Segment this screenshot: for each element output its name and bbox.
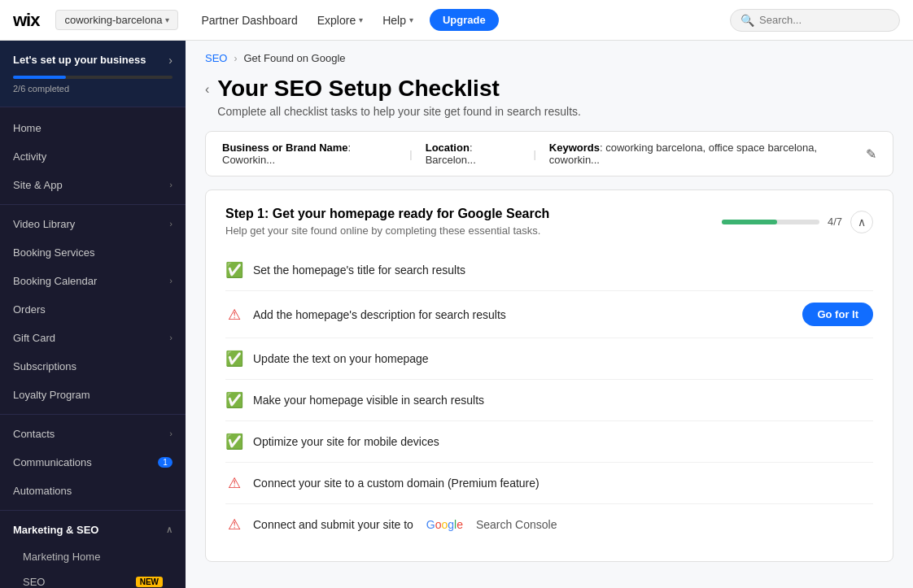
task-text-6: Connect your site to a custom domain (Pr… — [253, 477, 873, 490]
task-item-3: ✅ Update the text on your homepage — [225, 338, 873, 379]
sidebar-item-communications[interactable]: Communications 1 — [0, 448, 186, 477]
sidebar-item-contacts[interactable]: Contacts › — [0, 420, 186, 448]
brand-info: Business or Brand Name: Coworkin... — [222, 142, 409, 166]
search-bar[interactable]: 🔍 — [730, 9, 900, 32]
sidebar-item-automations[interactable]: Automations — [0, 477, 186, 505]
task-success-icon-1: ✅ — [225, 261, 243, 279]
site-name: coworking-barcelona — [64, 14, 162, 26]
task-item-2: ⚠ Add the homepage's description for sea… — [225, 290, 873, 338]
main-layout: Let's set up your business › 2/6 complet… — [0, 41, 913, 588]
sidebar-setup-block: Let's set up your business › 2/6 complet… — [0, 41, 186, 107]
task-item-7: ⚠ Connect and submit your site to Google… — [225, 503, 873, 545]
sidebar-item-home[interactable]: Home — [0, 114, 186, 142]
task-success-icon-5: ✅ — [225, 433, 243, 451]
gift-card-chevron-icon: › — [169, 333, 173, 342]
site-app-chevron-icon: › — [169, 180, 173, 189]
sidebar-item-subscriptions[interactable]: Subscriptions — [0, 352, 186, 381]
explore-chevron-icon: ▾ — [359, 15, 363, 24]
task-error-icon-2: ⚠ — [225, 306, 243, 324]
edit-info-icon[interactable]: ✎ — [866, 146, 876, 162]
task-text-1: Set the homepage's title for search resu… — [253, 264, 873, 277]
sidebar-divider-1 — [0, 204, 186, 205]
sidebar-item-video-library[interactable]: Video Library › — [0, 210, 186, 238]
sidebar-sub-item-marketing-home[interactable]: Marketing Home — [0, 544, 186, 569]
video-library-chevron-icon: › — [169, 219, 173, 229]
task-text-3: Update the text on your homepage — [253, 352, 873, 365]
step-card: Step 1: Get your homepage ready for Goog… — [205, 189, 893, 562]
progress-bar-track — [13, 76, 173, 79]
step-progress: 4/7 ∧ — [722, 211, 873, 233]
task-text-7: Connect and submit your site to Google S… — [253, 518, 873, 531]
task-text-4: Make your homepage visible in search res… — [253, 394, 873, 407]
search-icon: 🔍 — [740, 14, 754, 27]
page-title: Your SEO Setup Checklist — [217, 76, 581, 102]
setup-arrow-icon[interactable]: › — [168, 54, 173, 67]
topnav-links: Partner Dashboard Explore ▾ Help ▾ — [194, 11, 420, 30]
sidebar-item-site-app[interactable]: Site & App › — [0, 171, 186, 199]
page-header: ‹ Your SEO Setup Checklist Complete all … — [186, 69, 913, 131]
sidebar-item-marketing-seo[interactable]: Marketing & SEO ∧ — [0, 516, 186, 544]
google-logo: Google — [426, 518, 463, 531]
back-button[interactable]: ‹ — [205, 82, 209, 97]
task-item-5: ✅ Optimize your site for mobile devices — [225, 420, 873, 462]
task-success-icon-4: ✅ — [225, 391, 243, 409]
step-progress-text: 4/7 — [828, 216, 842, 228]
content-area: SEO › Get Found on Google ‹ Your SEO Set… — [186, 41, 913, 588]
step-subtitle: Help get your site found online by compl… — [225, 224, 549, 237]
contacts-chevron-icon: › — [169, 429, 173, 438]
upgrade-button[interactable]: Upgrade — [430, 9, 499, 31]
collapse-button[interactable]: ∧ — [850, 211, 873, 233]
site-chevron-icon: ▾ — [165, 15, 169, 24]
site-selector[interactable]: coworking-barcelona ▾ — [55, 10, 178, 30]
communications-badge: 1 — [158, 457, 173, 468]
task-item-6: ⚠ Connect your site to a custom domain (… — [225, 462, 873, 503]
sidebar-item-gift-card[interactable]: Gift Card › — [0, 324, 186, 352]
setup-title: Let's set up your business — [13, 54, 146, 68]
task-success-icon-3: ✅ — [225, 350, 243, 368]
sidebar-item-activity[interactable]: Activity — [0, 142, 186, 171]
breadcrumb-root[interactable]: SEO — [205, 52, 227, 64]
sidebar-item-booking-services[interactable]: Booking Services — [0, 238, 186, 267]
keywords-info: Keywords: coworking barcelona, office sp… — [536, 142, 866, 166]
sidebar-item-orders[interactable]: Orders — [0, 295, 186, 324]
sidebar-sub-item-seo[interactable]: SEO NEW — [0, 569, 186, 588]
task-item-1: ✅ Set the homepage's title for search re… — [225, 250, 873, 290]
info-bar: Business or Brand Name: Coworkin... | Lo… — [205, 131, 893, 176]
breadcrumb: SEO › Get Found on Google — [186, 41, 913, 69]
task-error-icon-6: ⚠ — [225, 474, 243, 492]
sidebar-item-loyalty-program[interactable]: Loyalty Program — [0, 381, 186, 409]
step-title: Step 1: Get your homepage ready for Goog… — [225, 207, 549, 221]
step-progress-fill — [722, 220, 777, 224]
page-title-block: Your SEO Setup Checklist Complete all ch… — [217, 76, 581, 118]
task-item-4: ✅ Make your homepage visible in search r… — [225, 379, 873, 420]
booking-calendar-chevron-icon: › — [169, 276, 173, 285]
page-subtitle: Complete all checklist tasks to help you… — [217, 105, 581, 118]
help-link[interactable]: Help ▾ — [376, 11, 420, 30]
step-progress-track — [722, 220, 819, 224]
topnav: wix coworking-barcelona ▾ Partner Dashbo… — [0, 0, 913, 41]
help-chevron-icon: ▾ — [409, 15, 413, 24]
explore-link[interactable]: Explore ▾ — [311, 11, 369, 30]
wix-logo: wix — [13, 10, 39, 31]
breadcrumb-current: Get Found on Google — [243, 52, 345, 64]
setup-completed: 2/6 completed — [13, 84, 173, 94]
step-title-block: Step 1: Get your homepage ready for Goog… — [225, 207, 549, 237]
location-info: Location: Barcelon... — [413, 142, 534, 166]
sidebar-nav: Home Activity Site & App › Video Library… — [0, 107, 186, 588]
breadcrumb-sep-icon: › — [234, 53, 237, 64]
go-for-it-button[interactable]: Go for It — [802, 303, 873, 326]
task-error-icon-7: ⚠ — [225, 516, 243, 534]
sidebar: Let's set up your business › 2/6 complet… — [0, 41, 186, 588]
seo-new-badge: NEW — [136, 577, 163, 587]
progress-bar-fill — [13, 76, 66, 79]
search-input[interactable] — [759, 14, 889, 26]
step-header: Step 1: Get your homepage ready for Goog… — [225, 207, 873, 237]
search-console-text: Search Console — [476, 518, 557, 531]
sidebar-item-booking-calendar[interactable]: Booking Calendar › — [0, 267, 186, 295]
marketing-seo-chevron-icon: ∧ — [166, 525, 173, 535]
task-list: ✅ Set the homepage's title for search re… — [225, 250, 873, 545]
sidebar-divider-3 — [0, 510, 186, 511]
task-text-2: Add the homepage's description for searc… — [253, 308, 793, 321]
sidebar-divider-2 — [0, 414, 186, 415]
partner-dashboard-link[interactable]: Partner Dashboard — [194, 11, 304, 30]
